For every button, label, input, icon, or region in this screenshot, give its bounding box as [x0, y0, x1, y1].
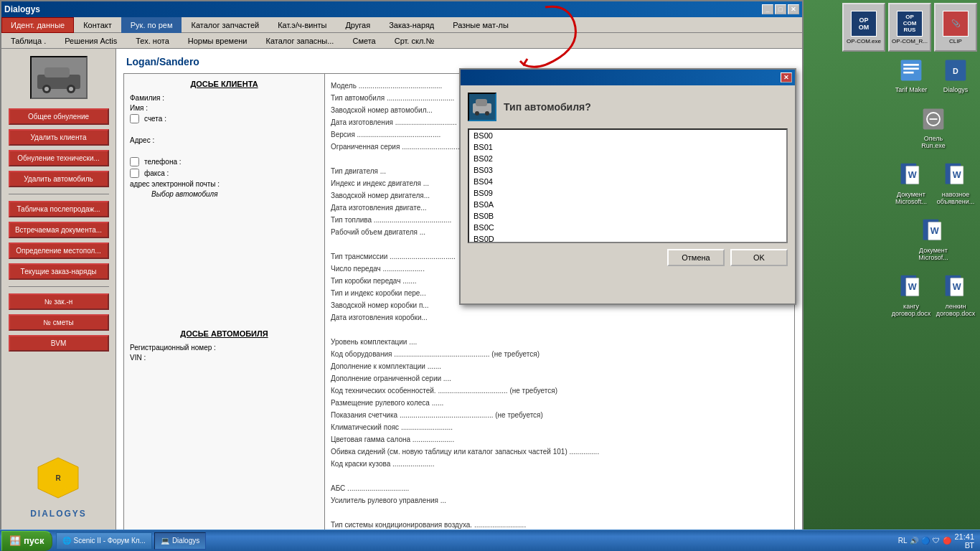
svg-text:R: R: [56, 474, 62, 482]
line-limited-add: Дополнение ограниченной серии ....: [331, 372, 788, 385]
list-item-bs03[interactable]: BS03: [469, 164, 786, 176]
dialog-close-btn[interactable]: ✕: [781, 72, 792, 83]
sidebar-btn-reset-all[interactable]: Общее обнуление: [9, 108, 109, 125]
list-item-bs00[interactable]: BS00: [469, 130, 786, 141]
taskbar-item-dialogys[interactable]: 💻 Dialogys: [154, 532, 206, 550]
sidebar-btn-delete-client[interactable]: Удалить клиента: [9, 129, 109, 146]
maximize-btn[interactable]: □: [775, 4, 786, 14]
list-item-bs01[interactable]: BS01: [469, 141, 786, 153]
desktop-icon-kangu[interactable]: W кангу договор.docx: [890, 270, 932, 319]
tab2-tech-note[interactable]: Тех. нота: [126, 33, 179, 49]
dialog-icon-area: Тип автомобиля?: [461, 85, 795, 128]
tab-ident-data[interactable]: Идент. данные: [1, 17, 74, 33]
tray-bluetooth: 🔵: [921, 537, 930, 545]
tab2-spare-catalog[interactable]: Каталог запасны...: [257, 33, 344, 49]
sidebar-btn-delete-car[interactable]: Удалить автомобиль: [9, 171, 109, 187]
list-item-bs0b[interactable]: BS0B: [469, 210, 786, 222]
sidebar-btn-bvm[interactable]: BVM: [9, 335, 109, 352]
list-item-bs09[interactable]: BS09: [469, 187, 786, 199]
desktop-icon-opel-label: Опель Run.exe: [915, 135, 952, 149]
desktop-icon-word1[interactable]: W Документ Microsoft...: [890, 159, 932, 207]
sidebar-btn-current-orders[interactable]: Текущие заказ-наряды: [9, 263, 109, 280]
dialog-question: Тип автомобиля?: [504, 101, 591, 113]
tab2-actis[interactable]: Решения Actis: [55, 33, 126, 49]
desktop-icon-lenkin-label: ленкин договор.docx: [936, 303, 976, 317]
dialog-list-container[interactable]: BS00 BS01 BS02 BS03 BS04 BS09 BS0A BS0B …: [468, 128, 788, 243]
checkbox-fax[interactable]: [130, 169, 139, 178]
sidebar-btn-docs[interactable]: Встречаемая документа...: [9, 222, 109, 238]
desktop-icon-tarif-maker-label: Tarif Maker: [895, 86, 928, 93]
sidebar-btn-location[interactable]: Определение местопол...: [9, 242, 109, 259]
svg-rect-14: [903, 64, 919, 66]
tab2-cert[interactable]: Срт. скл.№: [385, 33, 443, 49]
desktop-icon-lenkin[interactable]: W ленкин договор.docx: [935, 270, 976, 319]
checkbox-invoice[interactable]: [130, 114, 139, 123]
desktop-icon-tarif-maker[interactable]: Tarif Maker: [890, 54, 932, 95]
checkbox-phone[interactable]: [130, 157, 139, 166]
sidebar-divider-1: [9, 194, 109, 194]
svg-text:W: W: [908, 170, 917, 180]
list-item-bs0c[interactable]: BS0C: [469, 222, 786, 233]
line-equipment-add: Дополнение к комплектации .......: [331, 360, 788, 372]
list-item-bs0d[interactable]: BS0D: [469, 233, 786, 243]
line-ac-type: Тип системы кондиционирования воздуха. .…: [331, 519, 788, 529]
tray-speaker: 🔊: [910, 537, 918, 545]
minimize-btn[interactable]: _: [762, 4, 773, 14]
tab-repair-manual[interactable]: Рук. по рем: [121, 17, 182, 33]
taskbar-item-scenic[interactable]: 🌐 Scenic II - Форум Кл...: [56, 532, 152, 550]
form-row-firstname: Имя :: [130, 104, 319, 112]
svg-rect-16: [903, 72, 913, 74]
svg-point-5: [69, 87, 73, 91]
svg-point-11: [475, 111, 479, 116]
form-row-car-choice[interactable]: Выбор автомобиля: [151, 190, 319, 198]
close-btn[interactable]: ✕: [788, 4, 799, 14]
desktop-icon-word3-label: Документ Microsof...: [915, 247, 952, 261]
sidebar-btn-reset-tech[interactable]: Обнуление технически...: [9, 150, 109, 166]
tab2-table[interactable]: Таблица .: [1, 33, 55, 49]
sidebar-btn-order-num[interactable]: № зак.-н: [9, 293, 109, 310]
dialog-buttons: Отмена OK: [461, 243, 795, 272]
desktop-icon-word1-label: Документ Microsoft...: [892, 191, 930, 205]
menu-bar-1: Идент. данные Контакт Рук. по рем Катало…: [1, 17, 802, 33]
desktop-icon-word3[interactable]: W Документ Microsof...: [913, 215, 954, 263]
taskbar-item-scenic-icon: 🌐: [62, 537, 71, 545]
tab-parts-catalog[interactable]: Каталог запчастей: [182, 17, 268, 33]
line-salon-color: Цветовая гамма салона ..................…: [331, 433, 788, 446]
tab2-estimate[interactable]: Смета: [343, 33, 385, 49]
op-com-exe-btn[interactable]: OPOM OP-COM.exe: [842, 3, 885, 52]
sidebar-btn-aftersales[interactable]: Табличка послепродаж...: [9, 201, 109, 217]
sidebar-btn-estimate-num[interactable]: № сметы: [9, 314, 109, 331]
start-button[interactable]: 🪟 пуск: [1, 531, 52, 551]
desktop-icon-word2[interactable]: W навозное объявлени...: [935, 159, 976, 207]
desktop-icon-kangu-label: кангу договор.docx: [892, 303, 931, 317]
desktop-icon-opel-run[interactable]: Опель Run.exe: [913, 103, 954, 151]
taskbar-tray: RL 🔊 🔵 🛡 🔴 21:41 ВТ: [892, 532, 980, 550]
tray-antivirus: 🛡: [933, 537, 940, 545]
client-section-title: ДОСЬЕ КЛИЕНТА: [130, 80, 319, 88]
desktop-icon-dialogys-label: Dialogys: [943, 86, 969, 93]
list-item-bs0a[interactable]: BS0A: [469, 199, 786, 210]
tab2-time-norms[interactable]: Нормы времени: [179, 33, 257, 49]
tray-rl: RL: [898, 537, 908, 545]
tab-elec-cat[interactable]: Кат.э/ч-винты: [268, 17, 336, 33]
form-row-vin: VIN :: [130, 354, 319, 362]
line-mileage: Показания счетчика .....................…: [331, 409, 788, 421]
tab-contact[interactable]: Контакт: [74, 17, 121, 33]
desktop-icon-dialogys[interactable]: D Dialogys: [935, 54, 976, 95]
desktop-icons-area: Tarif Maker D Dialogys: [887, 0, 980, 327]
tab-materials[interactable]: Разные мат-лы: [443, 17, 518, 33]
car-image: [34, 62, 84, 94]
svg-text:D: D: [953, 67, 958, 75]
list-item-bs02[interactable]: BS02: [469, 153, 786, 164]
dialog-ok-btn[interactable]: OK: [730, 249, 788, 266]
svg-rect-15: [903, 67, 919, 70]
form-row-reg-num: Регистрационный номер :: [130, 344, 319, 352]
page-title: Logan/Sandero: [123, 56, 795, 67]
line-equipment-code: Код оборудования .......................…: [331, 348, 788, 360]
dialog-cancel-btn[interactable]: Отмена: [667, 249, 725, 266]
tab-order[interactable]: Заказ-наряд: [380, 17, 443, 33]
tab-other[interactable]: Другая: [336, 17, 380, 33]
list-item-bs04[interactable]: BS04: [469, 176, 786, 187]
form-row-lastname: Фамилия :: [130, 94, 319, 102]
desktop-icon-word2-label: навозное объявлени...: [937, 191, 975, 205]
